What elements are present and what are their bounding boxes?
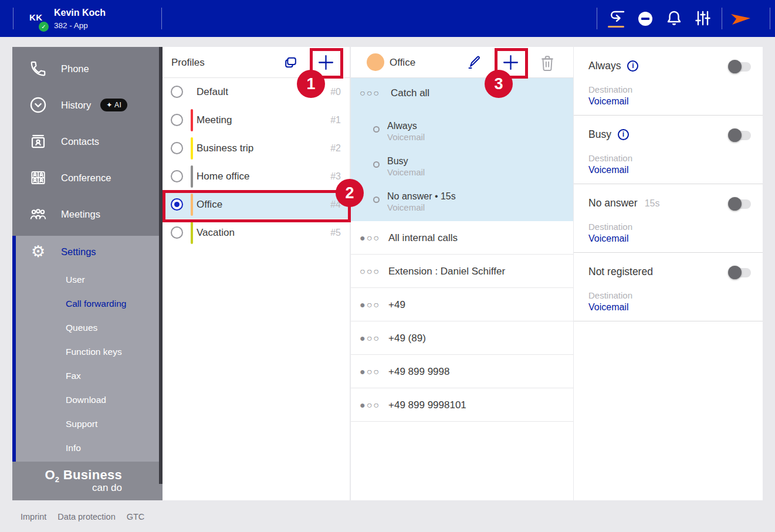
- do-not-disturb-icon[interactable]: [638, 11, 653, 26]
- profile-color-bar: [191, 165, 193, 188]
- header-divider: [161, 8, 162, 29]
- radio-icon[interactable]: [171, 226, 183, 239]
- sidebar-subitem-user[interactable]: User: [16, 267, 163, 292]
- gtc-link[interactable]: GTC: [127, 512, 145, 521]
- rule-label: +49 (89): [388, 321, 426, 355]
- top-bar: KK Kevin Koch 382 - App: [0, 0, 775, 37]
- rule-scope-icon: ●○○: [360, 288, 380, 321]
- condition-destination: Voicemail: [387, 132, 425, 142]
- duplicate-profile-icon[interactable]: [283, 56, 298, 70]
- radio-selected-icon[interactable]: [171, 198, 183, 211]
- page-footer: Imprint Data protection GTC: [21, 512, 153, 521]
- sidebar-item-label: Meetings: [61, 209, 100, 220]
- destination-link[interactable]: Voicemail: [588, 165, 628, 175]
- profile-row-default[interactable]: Default #0: [163, 78, 350, 106]
- rule-details-panel: Always Destination Voicemail Busy Destin…: [574, 47, 763, 500]
- radio-icon[interactable]: [171, 170, 183, 182]
- section-title: Busy: [588, 128, 611, 141]
- catch-all-busy: Busy Voicemail: [373, 156, 425, 177]
- ai-badge: ✦ AI: [100, 99, 127, 111]
- destination-link[interactable]: Voicemail: [588, 302, 628, 313]
- sidebar-item-settings[interactable]: ⚙ Settings: [16, 236, 163, 267]
- sidebar-item-contacts[interactable]: Contacts: [12, 123, 163, 160]
- header-divider: [770, 8, 770, 29]
- rule-scope-icon: ●○○: [360, 355, 380, 388]
- profile-name: Office: [197, 191, 222, 219]
- conference-icon: [28, 169, 48, 187]
- sidebar-subitem-function-keys[interactable]: Function keys: [16, 340, 163, 364]
- profile-color-bar: [191, 194, 193, 216]
- profile-row-office[interactable]: Office #4: [163, 191, 350, 219]
- avatar[interactable]: KK: [29, 12, 43, 22]
- sidebar-item-phone[interactable]: Phone: [12, 50, 163, 87]
- sidebar-subitem-queues[interactable]: Queues: [16, 316, 163, 340]
- audio-settings-icon[interactable]: [695, 10, 710, 26]
- radio-icon[interactable]: [171, 86, 183, 98]
- rule-label: +49 899 9998: [388, 355, 449, 388]
- profile-row-meeting[interactable]: Meeting #1: [163, 106, 350, 134]
- profile-number: #3: [330, 162, 341, 191]
- profile-row-vacation[interactable]: Vacation #5: [163, 219, 350, 247]
- sidebar-item-conference[interactable]: Conference: [12, 160, 163, 196]
- profiles-title: Profiles: [171, 47, 205, 78]
- rules-list: ●○○ All internal calls ○○○ Extension : D…: [351, 221, 573, 422]
- profile-name: Business trip: [197, 134, 253, 162]
- delete-rule-icon[interactable]: [540, 55, 555, 71]
- sidebar-item-label: Phone: [61, 63, 89, 74]
- sidebar-subitem-fax[interactable]: Fax: [16, 364, 163, 388]
- profile-number: #0: [330, 78, 341, 106]
- data-protection-link[interactable]: Data protection: [57, 512, 115, 521]
- catch-all-rule[interactable]: ○○○ Catch all Always Voicemail Busy Voic…: [351, 78, 573, 221]
- send-arrow-icon[interactable]: [730, 11, 752, 26]
- profile-row-business-trip[interactable]: Business trip #2: [163, 134, 350, 162]
- rule-row[interactable]: ●○○ +49: [351, 288, 573, 321]
- sidebar-subitem-info[interactable]: Info: [16, 436, 163, 460]
- no-answer-toggle[interactable]: [729, 199, 751, 209]
- rule-row[interactable]: ●○○ All internal calls: [351, 221, 573, 255]
- condition-destination: Voicemail: [387, 202, 456, 212]
- radio-icon[interactable]: [171, 114, 183, 126]
- sidebar-subitem-support[interactable]: Support: [16, 412, 163, 436]
- sidebar-settings-section: ⚙ Settings User Call forwarding Queues F…: [12, 236, 163, 462]
- history-clock-icon: [28, 96, 48, 114]
- bullet-circle-icon: [373, 196, 380, 203]
- header-divider: [722, 8, 722, 29]
- rule-scope-icon: ●○○: [360, 221, 380, 255]
- add-profile-button[interactable]: [317, 54, 334, 71]
- call-forward-icon[interactable]: [608, 9, 625, 25]
- rule-label: Extension : Daniel Schiffer: [388, 255, 505, 288]
- radio-icon[interactable]: [171, 142, 183, 154]
- rule-scope-icon: ●○○: [360, 388, 380, 422]
- section-title: Not registered: [588, 266, 653, 278]
- profile-color-bar: [191, 137, 193, 160]
- rule-row[interactable]: ●○○ +49 899 9998101: [351, 388, 573, 422]
- info-icon[interactable]: [618, 129, 629, 140]
- destination-link[interactable]: Voicemail: [588, 233, 628, 244]
- rule-row[interactable]: ○○○ Extension : Daniel Schiffer: [351, 255, 573, 288]
- imprint-link[interactable]: Imprint: [21, 512, 46, 521]
- destination-link[interactable]: Voicemail: [588, 96, 628, 107]
- sidebar-item-meetings[interactable]: Meetings: [12, 196, 163, 232]
- profile-name: Meeting: [197, 106, 232, 134]
- sidebar-item-history[interactable]: History ✦ AI: [12, 87, 163, 123]
- rule-row[interactable]: ●○○ +49 (89): [351, 321, 573, 355]
- rule-row[interactable]: ●○○ +49 899 9998: [351, 355, 573, 388]
- profile-color-bar: [191, 81, 193, 103]
- sidebar-item-label: Conference: [61, 172, 111, 184]
- edit-profile-icon[interactable]: [466, 55, 482, 71]
- add-rule-button[interactable]: [502, 54, 519, 71]
- info-icon[interactable]: [627, 60, 638, 72]
- notifications-icon[interactable]: [666, 9, 682, 27]
- busy-toggle[interactable]: [729, 131, 751, 140]
- sidebar-subitem-download[interactable]: Download: [16, 388, 163, 412]
- header-divider: [13, 8, 13, 29]
- gear-icon: ⚙: [28, 244, 48, 260]
- sidebar-subitem-call-forwarding[interactable]: Call forwarding: [16, 292, 163, 316]
- meetings-icon: [28, 205, 48, 223]
- timeout-value: 15s: [645, 198, 660, 209]
- call-forward-active-indicator: [608, 26, 624, 28]
- not-registered-toggle[interactable]: [729, 268, 751, 277]
- always-toggle[interactable]: [729, 62, 751, 72]
- section-not-registered: Not registered Destination Voicemail: [574, 253, 763, 321]
- profile-row-home-office[interactable]: Home office #3: [163, 162, 350, 191]
